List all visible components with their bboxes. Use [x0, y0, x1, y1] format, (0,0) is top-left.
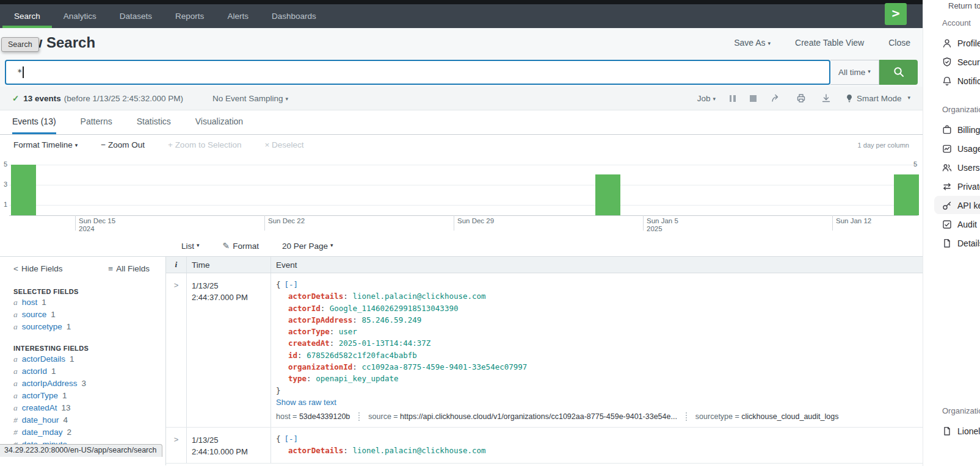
panel-item-usage[interactable]: Usage: [923, 139, 980, 158]
json-value[interactable]: openapi_key_update: [316, 374, 398, 383]
meta-sourcetype[interactable]: sourcetype = clickhouse_cloud_audit_logs: [695, 412, 839, 421]
search-mode-menu[interactable]: Smart Mode▾: [846, 94, 910, 103]
panel-item-billing[interactable]: Billing: [923, 120, 980, 139]
save-as-button[interactable]: Save As▾: [734, 38, 771, 48]
return-to-link[interactable]: Return to: [948, 1, 980, 10]
panel-section-title: Account: [923, 18, 980, 27]
field-item-source[interactable]: asource1: [13, 309, 165, 321]
timeline-bar[interactable]: [11, 165, 36, 216]
event-time-cell[interactable]: 1/13/252:44:37.000 PM: [186, 273, 270, 427]
expand-row-chevron[interactable]: >: [166, 428, 186, 463]
json-key[interactable]: actorId: [288, 304, 321, 313]
nav-item-datasets[interactable]: Datasets: [108, 4, 164, 28]
lightbulb-icon: [846, 94, 853, 102]
json-key[interactable]: actorDetails: [288, 446, 343, 455]
nav-item-search[interactable]: Search: [2, 4, 52, 28]
time-range-picker[interactable]: All time▾: [830, 60, 879, 85]
chevron-down-icon: ▾: [713, 96, 716, 102]
meta-host[interactable]: host = 53de4339120b: [276, 412, 350, 421]
json-value[interactable]: lionel.palacin@clickhouse.com: [352, 292, 485, 301]
panel-section-title: Organization: [923, 406, 980, 415]
json-value[interactable]: 85.246.59.249: [361, 315, 421, 324]
search-submit-button[interactable]: [879, 60, 918, 85]
interesting-fields-list: aactorDetails1aactorId1aactorIpAddress3a…: [13, 353, 165, 451]
search-input[interactable]: *: [5, 60, 830, 85]
selected-fields-title: SELECTED FIELDS: [13, 288, 165, 295]
event-time-cell[interactable]: 1/13/252:44:10.000 PM: [186, 428, 270, 463]
panel-item-details[interactable]: Details: [923, 234, 980, 253]
panel-item-label: Lionel: [957, 426, 980, 436]
list-view-menu[interactable]: List▾: [181, 242, 200, 251]
panel-item-notifications[interactable]: Notifications: [923, 71, 980, 90]
panel-item-private[interactable]: Private: [923, 177, 980, 196]
deselect-button[interactable]: × Deselect: [264, 140, 303, 149]
pause-job-icon[interactable]: [730, 95, 736, 102]
share-icon[interactable]: [771, 93, 782, 104]
tab-patterns[interactable]: Patterns: [81, 110, 112, 134]
nav-item-alerts[interactable]: Alerts: [216, 4, 260, 28]
timeline-chart[interactable]: 113355Sun Dec 152024Sun Dec 22Sun Dec 29…: [0, 155, 923, 235]
panel-item-profile[interactable]: Profile: [923, 34, 980, 52]
panel-item-security[interactable]: Security: [923, 52, 980, 71]
field-item-date_hour[interactable]: #date_hour4: [13, 414, 165, 426]
meta-source[interactable]: source = https://api.clickhouse.cloud/v1…: [368, 412, 677, 421]
title-actions: Save As▾ Create Table View Close: [734, 38, 910, 48]
json-collapse-toggle[interactable]: [-]: [285, 434, 299, 443]
json-key[interactable]: actorDetails: [288, 292, 343, 301]
panel-item-label: Profile: [957, 38, 980, 48]
field-item-host[interactable]: ahost1: [13, 296, 165, 309]
field-item-date_mday[interactable]: #date_mday2: [13, 426, 165, 439]
json-value[interactable]: 2025-01-13T14:44:37Z: [339, 339, 431, 348]
field-item-sourcetype[interactable]: asourcetype1: [13, 321, 165, 333]
hide-fields-button[interactable]: <Hide Fields: [13, 264, 62, 273]
field-item-actorDetails[interactable]: aactorDetails1: [13, 353, 165, 365]
timeline-bar[interactable]: [595, 174, 620, 215]
nav-item-analytics[interactable]: Analytics: [52, 4, 108, 28]
stop-job-icon[interactable]: [750, 95, 757, 102]
json-key[interactable]: id: [288, 351, 297, 360]
field-item-createdAt[interactable]: acreatedAt13: [13, 402, 165, 414]
json-value[interactable]: user: [339, 327, 357, 336]
nav-item-reports[interactable]: Reports: [164, 4, 216, 28]
json-key[interactable]: actorIpAddress: [288, 315, 352, 324]
tab-visualization[interactable]: Visualization: [195, 110, 243, 134]
json-collapse-toggle[interactable]: [-]: [285, 280, 299, 289]
json-key[interactable]: actorType: [288, 327, 330, 336]
all-fields-button[interactable]: ≡All Fields: [108, 264, 150, 273]
json-key[interactable]: createdAt: [288, 339, 330, 348]
splunk-logo[interactable]: >: [885, 3, 907, 25]
field-item-actorId[interactable]: aactorId1: [13, 365, 165, 378]
field-item-actorType[interactable]: aactorType1: [13, 390, 165, 402]
panel-item-api-keys[interactable]: API keys: [923, 196, 980, 215]
nav-item-dashboards[interactable]: Dashboards: [260, 4, 328, 28]
json-key[interactable]: organizationId: [288, 362, 352, 371]
tab-events-[interactable]: Events (13): [12, 110, 56, 134]
job-menu[interactable]: Job▾: [697, 94, 716, 103]
expand-row-chevron[interactable]: >: [166, 273, 186, 427]
panel-item-audit[interactable]: Audit: [923, 215, 980, 234]
zoom-out-button[interactable]: − Zoom Out: [101, 140, 145, 149]
panel-item-lionel[interactable]: Lionel: [923, 421, 980, 440]
show-raw-text-link[interactable]: Show as raw text: [276, 398, 923, 407]
create-table-view-button[interactable]: Create Table View: [795, 38, 864, 48]
field-item-actorIpAddress[interactable]: aactorIpAddress3: [13, 378, 165, 390]
print-icon[interactable]: [796, 93, 807, 104]
json-value[interactable]: 678526d582c1f20fac4babfb: [307, 351, 417, 360]
format-timeline-menu[interactable]: Format Timeline▾: [13, 140, 78, 149]
json-value[interactable]: Google_114602629918513043390: [330, 304, 459, 313]
timeline-bar[interactable]: [894, 174, 919, 215]
export-icon[interactable]: [821, 93, 832, 104]
event-sampling-menu[interactable]: No Event Sampling▾: [212, 94, 288, 103]
per-page-menu[interactable]: 20 Per Page▾: [282, 242, 333, 251]
json-value[interactable]: cc1092aa-8775-459e-9401-33e54ec07997: [361, 362, 527, 371]
json-value[interactable]: lionel.palacin@clickhouse.com: [352, 446, 485, 455]
chevron-down-icon: ▾: [197, 242, 200, 248]
panel-item-users[interactable]: Users: [923, 158, 980, 177]
event-content-cell: {[-]actorDetails: lionel.palacin@clickho…: [270, 273, 923, 427]
clickhouse-settings-panel: Return to AccountProfileSecurityNotifica…: [923, 0, 980, 466]
close-button[interactable]: Close: [888, 38, 910, 48]
json-key[interactable]: type: [288, 374, 307, 383]
format-results-button[interactable]: ✎Format: [223, 241, 260, 251]
zoom-to-selection-button[interactable]: + Zoom to Selection: [168, 140, 241, 149]
tab-statistics[interactable]: Statistics: [137, 110, 171, 134]
